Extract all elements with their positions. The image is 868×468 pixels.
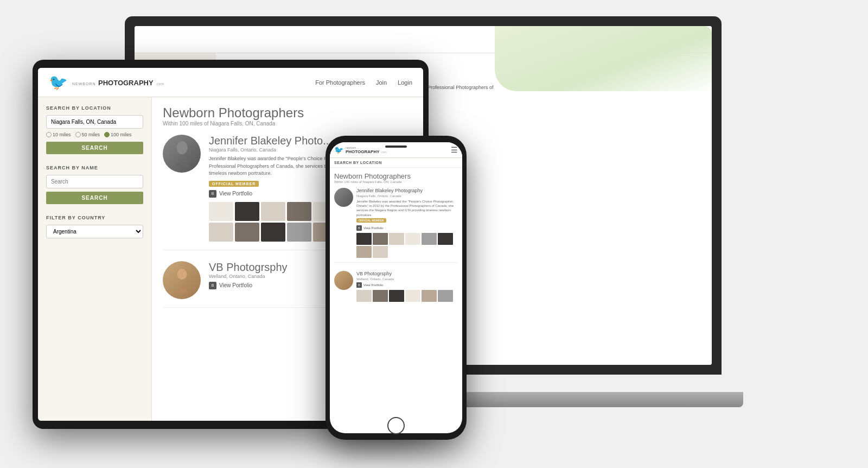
location-input[interactable] [46,115,143,129]
phone-ph2-location: Welland, Ontario, Canada [356,277,453,281]
portfolio-icon: B [209,190,216,198]
phone-search-section: SEARCH BY LOCATION [330,158,462,168]
tablet-avatar-1 [163,135,201,173]
portfolio-icon-2: B [209,282,216,289]
tablet-brand: newborn PHOTOGRAPHY .com [72,77,164,87]
phone-header: 🐦 newborn PHOTOGRAPHY .com ☰ [330,142,462,158]
phone-thumb-vb-4 [405,290,420,302]
miles-100-label[interactable]: 100 miles [104,132,132,137]
search-by-name-section: SEARCH BY NAME SEARCH [46,165,143,204]
thumb-2 [235,202,259,221]
phone-ph2-info: VB Photogrsphy Welland, Ontario, Canada … [356,271,453,302]
tablet-ph2-portfolio-link[interactable]: B View Portfolio [209,282,288,289]
miles-radios: 10 miles 50 miles 100 miles [46,132,143,137]
phone-thumb-3 [389,233,404,245]
phone-official-badge: OFFICIAL MEMBER [356,218,386,223]
phone-page-title: Newborn Photographers [334,172,458,180]
name-search-input[interactable] [46,175,143,188]
filter-country-title: FILTER BY COUNTRY [46,215,143,220]
tablet-brand-newborn: newborn [72,82,96,86]
tablet-avatar-2 [163,261,201,299]
phone-ph1-portfolio-link[interactable]: B View Portfolio [356,225,458,231]
phone-menu-icon[interactable]: ☰ [451,146,458,154]
phone-ph2-thumbnails [356,290,453,302]
tablet-ph2-portfolio-text: View Portfolio [219,282,252,288]
svg-point-0 [176,141,187,154]
thumb-10 [261,223,285,242]
tablet-navbar: For Photographers Join Login [315,79,412,86]
miles-100-radio[interactable] [104,132,110,137]
phone-thumb-7 [356,246,372,258]
location-search-button[interactable]: SEARCH [46,142,143,154]
tablet-official-badge: OFFICIAL MEMBER [209,181,259,187]
phone-thumb-vb-2 [373,290,388,302]
tablet-page-title: Newborn Photographers [163,105,412,121]
tablet-logo: 🐦 newborn PHOTOGRAPHY .com [49,73,164,91]
miles-50-label[interactable]: 50 miles [75,132,100,137]
phone-thumb-2 [373,233,388,245]
phone-frame: 🐦 newborn PHOTOGRAPHY .com ☰ SEARCH BY L… [326,136,467,440]
phone-logo: 🐦 newborn PHOTOGRAPHY .com [334,146,387,154]
phone-thumb-vb-5 [422,290,437,302]
phone-search-label: SEARCH BY LOCATION [334,161,382,165]
thumb-9 [235,223,259,242]
miles-10-text: 10 miles [53,132,71,137]
phone-brand: newborn PHOTOGRAPHY .com [346,146,387,154]
miles-100-text: 100 miles [111,132,132,137]
tablet-ph2-name: VB Photogrsphy [209,261,288,274]
phone-ph2-portfolio-text: View Portfolio [363,283,384,287]
miles-50-radio[interactable] [75,132,81,137]
miles-10-label[interactable]: 10 miles [46,132,71,137]
phone-page-sub: Within 100 miles of Niagara Falls, ON, C… [334,180,458,184]
tablet-ph2-location: Welland, Ontario, Canada [209,274,288,279]
phone-brand-photography: PHOTOGRAPHY [346,149,380,154]
phone-home-button[interactable] [387,417,405,434]
phone-thumb-5 [422,233,437,245]
phone-ph2-name: VB Photogrsphy [356,271,453,277]
thumb-11 [287,223,311,242]
phone-thumb-vb-1 [356,290,372,302]
tablet-sidebar: SEARCH BY LOCATION 10 miles 50 miles [38,97,152,421]
tablet-nav-join[interactable]: Join [376,79,387,86]
phone-ph1-thumbnails [356,233,458,258]
search-by-location-section: SEARCH BY LOCATION 10 miles 50 miles [46,105,143,154]
phone-bird-icon: 🐦 [334,146,343,154]
phone-thumb-6 [438,233,453,245]
tablet-nav-photographers[interactable]: For Photographers [315,79,365,86]
phone-speaker [385,146,407,148]
phone-avatar-1 [334,188,353,207]
thumb-8 [209,223,233,242]
phone-portfolio-icon: B [356,225,362,231]
phone-device: 🐦 newborn PHOTOGRAPHY .com ☰ SEARCH BY L… [326,136,467,440]
country-select[interactable]: Argentina [46,225,143,238]
phone-thumb-vb-6 [438,290,453,302]
phone-thumb-4 [405,233,420,245]
phone-thumb-1 [356,233,372,245]
phone-thumb-8 [373,246,388,258]
phone-brand-com: .com [381,150,387,154]
tablet-ph1-portfolio-text: View Portfolio [219,191,252,197]
phone-avatar-2 [334,271,353,290]
tablet-nav-login[interactable]: Login [398,79,412,86]
phone-ph1-bio: Jennifer Blakeley was awarded the "Peopl… [356,199,458,218]
phone-ph1-name: Jennifer Blakeley Photography [356,188,458,194]
phone-ph1-location: Niagara Falls, Ontario, Canada [356,194,458,198]
name-search-button[interactable]: SEARCH [46,192,143,204]
search-location-title: SEARCH BY LOCATION [46,105,143,111]
phone-website: 🐦 newborn PHOTOGRAPHY .com ☰ SEARCH BY L… [330,142,462,433]
phone-ph2-portfolio-link[interactable]: B View Portfolio [356,282,453,288]
phone-screen: 🐦 newborn PHOTOGRAPHY .com ☰ SEARCH BY L… [330,142,462,433]
filter-by-country-section: FILTER BY COUNTRY Argentina [46,215,143,238]
svg-point-1 [177,269,187,280]
miles-50-text: 50 miles [82,132,100,137]
tablet-bird-icon: 🐦 [49,73,68,91]
phone-thumb-vb-3 [389,290,404,302]
phone-content: Newborn Photographers Within 100 miles o… [330,168,462,306]
thumb-4 [287,202,311,221]
tablet-brand-com: .com [156,82,164,86]
phone-portfolio-icon-2: B [356,282,362,288]
thumb-1 [209,202,233,221]
miles-10-radio[interactable] [46,132,52,137]
phone-photographer-2: VB Photogrsphy Welland, Ontario, Canada … [334,268,458,302]
laptop-hero-ribbon [495,26,712,91]
